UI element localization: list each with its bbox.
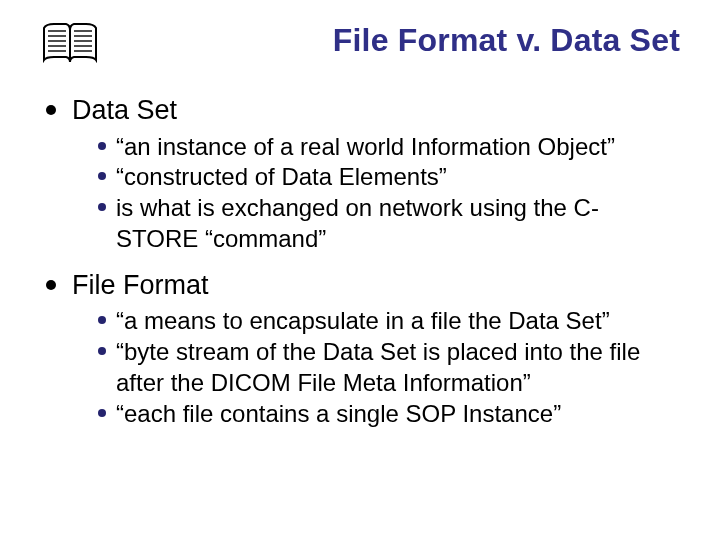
sub-list: “an instance of a real world Information… bbox=[98, 132, 680, 255]
bullet-icon bbox=[98, 203, 106, 211]
list-item: “a means to encapsulate in a file the Da… bbox=[98, 306, 680, 337]
list-item: Data Set bbox=[46, 94, 680, 128]
list-item: “an instance of a real world Information… bbox=[98, 132, 680, 163]
bullet-icon bbox=[98, 409, 106, 417]
list-item: File Format bbox=[46, 269, 680, 303]
list-item-text: is what is exchanged on network using th… bbox=[116, 193, 676, 254]
bullet-icon bbox=[46, 280, 56, 290]
bullet-icon bbox=[98, 142, 106, 150]
list-item: “constructed of Data Elements” bbox=[98, 162, 680, 193]
slide-body: Data Set “an instance of a real world In… bbox=[40, 94, 680, 429]
slide: File Format v. Data Set Data Set “an ins… bbox=[0, 0, 720, 540]
list-item-text: “a means to encapsulate in a file the Da… bbox=[116, 306, 610, 337]
list-item: is what is exchanged on network using th… bbox=[98, 193, 680, 254]
list-item-text: “an instance of a real world Information… bbox=[116, 132, 615, 163]
list-item: “each file contains a single SOP Instanc… bbox=[98, 399, 680, 430]
bullet-icon bbox=[98, 316, 106, 324]
section-heading: Data Set bbox=[72, 94, 177, 128]
bullet-icon bbox=[46, 105, 56, 115]
slide-title: File Format v. Data Set bbox=[100, 22, 680, 59]
sub-list: “a means to encapsulate in a file the Da… bbox=[98, 306, 680, 429]
list-item-text: “constructed of Data Elements” bbox=[116, 162, 447, 193]
list-item: “byte stream of the Data Set is placed i… bbox=[98, 337, 680, 398]
bullet-icon bbox=[98, 172, 106, 180]
list-item-text: “each file contains a single SOP Instanc… bbox=[116, 399, 561, 430]
open-book-icon bbox=[40, 20, 100, 68]
bullet-icon bbox=[98, 347, 106, 355]
list-item-text: “byte stream of the Data Set is placed i… bbox=[116, 337, 676, 398]
slide-header: File Format v. Data Set bbox=[40, 18, 680, 68]
section-heading: File Format bbox=[72, 269, 209, 303]
